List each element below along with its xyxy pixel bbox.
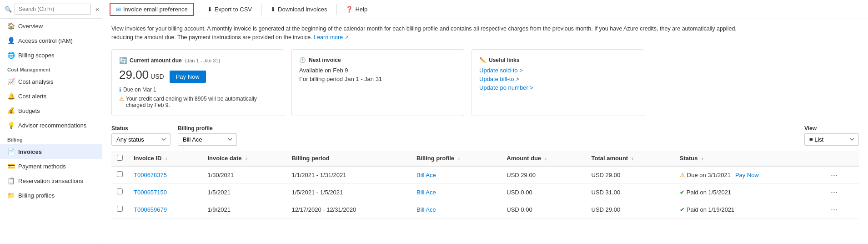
update-sold-to-link[interactable]: Update sold-to > [479,67,637,74]
billing-period-cell: 1/5/2021 - 1/5/2021 [286,183,411,201]
update-po-number-link[interactable]: Update po number > [479,84,637,91]
status-cell-container: ✔ Paid on 1/5/2021 [674,183,823,201]
row-menu-button[interactable]: ··· [829,205,839,214]
sidebar-collapse-button[interactable]: « [94,5,101,13]
download-invoices-button[interactable]: ⬇ Download invoices [265,4,332,15]
sort-icon-total-amount[interactable]: ↕ [632,156,634,161]
billing-profile-filter-group: Billing profile Bill Ace [178,125,237,146]
useful-links-card: ✏️ Useful links Update sold-to > Update … [472,49,644,116]
sidebar-item-payment-methods[interactable]: 💳 Payment methods [0,159,102,173]
sidebar-item-invoices[interactable]: 📄 Invoices [0,144,102,159]
toolbar: ✉ Invoice email preference ⬇ Export to C… [102,0,868,19]
sidebar-search-container: 🔍 « [0,0,102,19]
warning-icon: ⚠ [119,96,124,102]
main-content: ✉ Invoice email preference ⬇ Export to C… [102,0,868,244]
sidebar-item-label: Access control (IAM) [18,37,73,44]
sidebar-item-billing-profiles[interactable]: 📁 Billing profiles [0,188,102,203]
pay-now-row-link[interactable]: Pay Now [735,172,759,178]
sidebar: 🔍 « 🏠 Overview 👤 Access control (IAM) 🌐 … [0,0,102,244]
row-checkbox[interactable] [117,206,123,212]
card-icon: 💳 [7,163,15,170]
sidebar-item-label: Cost analysis [18,78,53,85]
view-filter-label: View [804,125,859,132]
globe-icon: 🌐 [7,51,15,59]
view-filter-select[interactable]: ≡ List Grid [804,133,859,146]
col-header-invoice-id: Invoice ID ↕ [128,151,202,166]
sidebar-item-label: Payment methods [18,163,66,170]
learn-more-link[interactable]: Learn more ↗ [314,34,348,41]
currency-label: USD [151,73,164,80]
invoice-email-preference-button[interactable]: ✉ Invoice email preference [110,3,194,16]
row-checkbox[interactable] [117,188,123,194]
row-menu-button[interactable]: ··· [829,170,839,180]
status-cell: ✔ Paid on 1/5/2021 [680,189,818,196]
sidebar-item-overview[interactable]: 🏠 Overview [0,19,102,33]
sidebar-item-label: Overview [18,23,43,30]
sidebar-item-reservation-transactions[interactable]: 📋 Reservation transactions [0,173,102,188]
table-header-row: Invoice ID ↕ Invoice date ↕ Billing peri… [111,151,859,166]
toolbar-divider-2 [261,4,261,15]
col-header-status: Status ↕ [674,151,823,166]
sidebar-item-budgets[interactable]: 💰 Budgets [0,103,102,118]
billing-profile-link[interactable]: Bill Ace [416,189,436,196]
billing-profile-filter-label: Billing profile [178,125,237,132]
cost-management-section-label: Cost Management [0,62,102,74]
sidebar-item-billing-scopes[interactable]: 🌐 Billing scopes [0,48,102,62]
search-input[interactable] [15,4,91,15]
invoice-id-cell: T000659679 [128,201,202,218]
next-invoice-card: 🕐 Next invoice Available on Feb 9 For bi… [291,49,464,116]
help-button[interactable]: ❓ Help [340,4,373,15]
download-invoices-label: Download invoices [278,6,327,13]
warning-status-icon: ⚠ [680,172,685,178]
invoice-id-link[interactable]: T000678375 [134,172,167,178]
export-csv-label: Export to CSV [215,6,252,13]
useful-links-label: Useful links [489,57,519,63]
sidebar-item-advisor-recommendations[interactable]: 💡 Advisor recommendations [0,118,102,132]
sidebar-item-access-control[interactable]: 👤 Access control (IAM) [0,33,102,48]
total-amount-cell: USD 29.00 [586,166,674,184]
useful-links-title: ✏️ Useful links [479,57,637,63]
folder-icon: 📁 [7,192,15,199]
sort-icon-amount-due[interactable]: ↕ [545,156,547,161]
check-icon: ✔ [680,189,685,196]
billing-period-text: For billing period Jan 1 - Jan 31 [299,76,457,82]
row-checkbox[interactable] [117,171,123,177]
next-invoice-label: Next invoice [309,57,341,63]
sort-icon-billing-profile[interactable]: ↕ [458,156,460,161]
row-menu-button[interactable]: ··· [829,188,839,197]
billing-profile-link[interactable]: Bill Ace [416,172,436,178]
row-actions-cell: ··· [823,183,859,201]
update-bill-to-link[interactable]: Update bill-to > [479,76,637,82]
billing-period-cell: 1/1/2021 - 1/31/2021 [286,166,411,184]
export-csv-button[interactable]: ⬇ Export to CSV [202,4,257,15]
billing-section-label: Billing [0,132,102,144]
total-amount-cell: USD 31.00 [586,183,674,201]
learn-more-label: Learn more [314,34,343,41]
amount-due-cell: USD 29.00 [501,166,586,184]
pay-now-button[interactable]: Pay Now [170,71,206,83]
sort-icon-invoice-date[interactable]: ↕ [245,156,247,161]
available-on-text: Available on Feb 9 [299,67,457,74]
amount-due-cell: USD 0.00 [501,183,586,201]
sort-icon-status[interactable]: ↕ [701,156,703,161]
status-filter-select[interactable]: Any status Due Paid Past due [111,133,171,146]
billing-profile-filter-select[interactable]: Bill Ace [178,133,237,146]
sidebar-item-cost-analysis[interactable]: 📈 Cost analysis [0,74,102,89]
billing-profile-cell: Bill Ace [411,166,501,184]
card-title-amount-due: 🔄 Current amount due (Jan 1 - Jan 31) [119,57,276,64]
billing-profile-link[interactable]: Bill Ace [416,206,436,213]
page-body: View invoices for your billing account. … [102,19,868,244]
description-main: View invoices for your billing account. … [111,25,737,41]
invoice-id-link[interactable]: T000659679 [134,206,167,213]
sidebar-item-label: Budgets [18,107,40,114]
chart-icon: 📈 [7,78,15,85]
bell-icon: 🔔 [7,92,15,100]
table-row: T000678375 1/30/2021 1/1/2021 - 1/31/202… [111,166,859,184]
select-all-checkbox[interactable] [117,155,123,161]
sort-icon-invoice-id[interactable]: ↕ [165,156,167,161]
invoice-icon: 📄 [7,148,15,155]
invoice-id-link[interactable]: T000657150 [134,189,167,196]
summary-cards: 🔄 Current amount due (Jan 1 - Jan 31) 29… [111,49,859,116]
sidebar-item-cost-alerts[interactable]: 🔔 Cost alerts [0,89,102,103]
row-checkbox-cell [111,201,128,218]
